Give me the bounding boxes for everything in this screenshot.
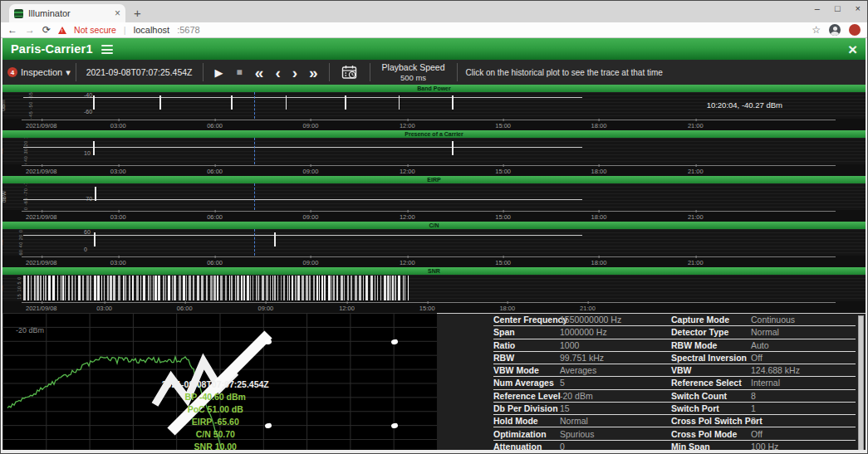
snr-bar bbox=[165, 276, 166, 301]
chart-plot-band-power[interactable]: dBm-40 -45 -50 -55 -60-40-6010:20:04, -4… bbox=[2, 92, 866, 119]
url-host[interactable]: localhost bbox=[134, 25, 169, 35]
snr-bar bbox=[243, 276, 245, 301]
snr-bar bbox=[283, 276, 285, 301]
snr-bar bbox=[316, 276, 318, 301]
bottom-section: -20 dBm -170 dBm 2021-09-08T07:07:25.454… bbox=[2, 313, 866, 453]
window-controls: – □ × bbox=[815, 3, 861, 13]
table-scrollbar[interactable] bbox=[858, 315, 864, 451]
reload-icon[interactable]: ⟳ bbox=[42, 25, 51, 35]
snr-bar bbox=[123, 276, 125, 301]
time-axis-tick: 18:00 bbox=[591, 213, 607, 221]
url-port[interactable]: :5678 bbox=[177, 25, 200, 35]
time-axis-tick: 21:00 bbox=[580, 305, 596, 312]
playback-speed-value: 500 ms bbox=[382, 73, 445, 83]
time-axis-tick: 12:00 bbox=[400, 168, 415, 175]
menu-hamburger-icon[interactable] bbox=[101, 45, 113, 54]
time-axis-line bbox=[22, 211, 836, 212]
spectrum-metric-line: BP -40.60 dBm bbox=[107, 391, 325, 403]
time-axis-tick: 2021/09/08 bbox=[26, 168, 57, 175]
param-label: Spectral Inversion bbox=[671, 353, 751, 363]
time-axis-tick: 03:00 bbox=[110, 259, 126, 266]
calendar-clock-icon bbox=[341, 65, 358, 80]
play-button[interactable]: ▶ bbox=[208, 67, 230, 78]
snr-bar bbox=[179, 276, 181, 301]
back-icon[interactable]: ← bbox=[7, 25, 17, 35]
strip-chart-presence-of-a-carrier: Presence of a CarrierdB50 40 30 20 10102… bbox=[2, 130, 866, 176]
tab-close-icon[interactable]: × bbox=[115, 8, 120, 18]
chart-plot-eirp[interactable]: dBW-60 -65 -70 -75-70 bbox=[2, 183, 866, 210]
time-axis-tick: 15:00 bbox=[495, 259, 511, 266]
snr-bar bbox=[43, 276, 44, 301]
snr-bar bbox=[231, 276, 233, 301]
spectrum-metric-line: EIRP -65.60 bbox=[107, 416, 325, 428]
fast-forward-button[interactable]: » bbox=[303, 65, 324, 81]
snr-bar bbox=[129, 276, 130, 301]
tab-title: Illuminator bbox=[28, 8, 110, 18]
snr-bar bbox=[229, 276, 230, 301]
playhead-cursor[interactable] bbox=[254, 138, 255, 164]
time-axis-tick: 21:00 bbox=[688, 259, 704, 266]
table-row: Db Per Division15Switch Port1 bbox=[493, 403, 856, 415]
snr-bar bbox=[197, 276, 199, 301]
param-value: -20 dBm bbox=[560, 391, 671, 401]
snr-bar bbox=[186, 276, 187, 301]
profile-avatar-icon[interactable] bbox=[829, 24, 841, 36]
param-table: Center Frequency1550000000 HzCapture Mod… bbox=[437, 313, 866, 453]
strip-chart-eirp: EIRPdBW-60 -65 -70 -75-702021/09/0803:00… bbox=[2, 176, 866, 222]
step-forward-button[interactable]: › bbox=[287, 65, 303, 81]
fast-rewind-button[interactable]: « bbox=[249, 65, 270, 81]
snr-bar bbox=[363, 276, 364, 301]
window-close-button[interactable]: × bbox=[856, 3, 861, 13]
chart-plot-c-n[interactable]: dB60 40 20 0600 bbox=[2, 229, 866, 256]
playhead-cursor[interactable] bbox=[254, 183, 255, 210]
spectrum-panel[interactable]: -20 dBm -170 dBm 2021-09-08T07:07:25.454… bbox=[2, 313, 437, 453]
time-axis: 2021/09/0803:0006:0009:0012:0015:0018:00… bbox=[2, 256, 866, 267]
snr-bar bbox=[68, 276, 70, 301]
window-maximize-button[interactable]: □ bbox=[835, 3, 841, 13]
param-value: Auto bbox=[751, 340, 856, 350]
param-value: 1000000 Hz bbox=[560, 327, 671, 337]
snr-bar bbox=[118, 276, 120, 301]
y-tick-label: -60 bbox=[84, 109, 92, 115]
playhead-cursor[interactable] bbox=[254, 92, 255, 119]
not-secure-label[interactable]: Not secure bbox=[74, 25, 116, 35]
alarm-count-badge: 4 bbox=[7, 67, 17, 77]
chart-plot-snr[interactable]: dB15 10 5 0 bbox=[2, 275, 866, 301]
time-axis-tick: 12:00 bbox=[400, 122, 415, 129]
snr-bar bbox=[86, 276, 89, 301]
step-back-button[interactable]: ‹ bbox=[269, 65, 286, 81]
spectrum-readout: 2021-09-08T07:07:25.454Z BP -40.60 dBmPo… bbox=[107, 378, 325, 452]
param-value: Spurious bbox=[560, 429, 671, 439]
new-tab-button[interactable]: + bbox=[134, 6, 141, 20]
inspection-dropdown[interactable]: Inspection ▾ bbox=[21, 67, 71, 78]
snr-bar bbox=[61, 276, 61, 301]
table-row: VBW ModeAveragesVBW124.688 kHz bbox=[493, 364, 856, 377]
bookmark-star-icon[interactable]: ☆ bbox=[812, 24, 821, 36]
snr-bar bbox=[313, 276, 315, 301]
calendar-button[interactable] bbox=[335, 65, 365, 80]
time-axis-tick: 12:00 bbox=[400, 259, 415, 266]
chart-plot-presence-of-a-carrier[interactable]: dB50 40 30 20 1010 bbox=[2, 138, 866, 164]
history-trace bbox=[23, 147, 582, 148]
param-label: Switch Port bbox=[671, 403, 751, 413]
time-axis-tick: 21:00 bbox=[688, 122, 704, 129]
browser-tab[interactable]: Illuminator × bbox=[9, 4, 125, 22]
param-label: Ratio bbox=[493, 340, 560, 350]
snr-bar bbox=[297, 276, 300, 301]
param-value: 1000 bbox=[560, 340, 671, 350]
time-axis-tick: 15:00 bbox=[495, 122, 511, 129]
browser-menu-icon[interactable] bbox=[849, 24, 861, 36]
panel-close-icon[interactable]: × bbox=[848, 41, 857, 57]
playback-speed[interactable]: Playback Speed 500 ms bbox=[375, 62, 452, 83]
y-axis-tick-stack: -60 -65 -70 -75 bbox=[23, 183, 28, 210]
window-minimize-button[interactable]: – bbox=[815, 3, 820, 13]
stop-button[interactable]: ■ bbox=[230, 67, 249, 77]
snr-bar bbox=[27, 276, 29, 301]
y-tick-label: 60 bbox=[84, 229, 91, 234]
forward-icon[interactable]: → bbox=[25, 25, 35, 35]
playhead-cursor[interactable] bbox=[254, 229, 255, 256]
strip-chart-band-power: Band PowerdBm-40 -45 -50 -55 -60-40-6010… bbox=[2, 85, 866, 130]
snr-bar bbox=[189, 276, 191, 301]
time-axis-line bbox=[22, 256, 836, 257]
param-value: 1 bbox=[751, 403, 856, 413]
